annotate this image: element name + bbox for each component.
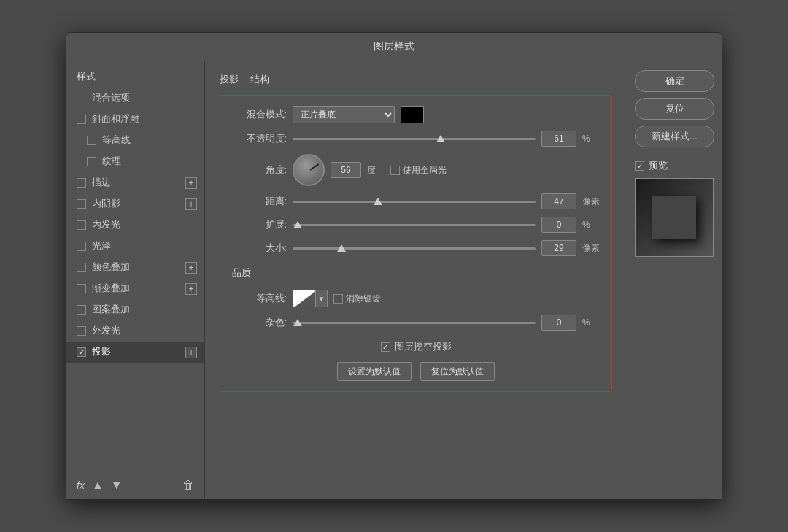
sidebar-item-color-overlay[interactable]: 颜色叠加+ bbox=[66, 257, 204, 278]
distance-unit: 像素 bbox=[582, 196, 600, 208]
sidebar-label-pattern-overlay: 图案叠加 bbox=[92, 304, 130, 316]
preview-checkbox-row: 预览 bbox=[635, 159, 668, 172]
sidebar-item-inner-shadow[interactable]: 内阴影+ bbox=[66, 193, 204, 215]
sidebar-label-texture: 纹理 bbox=[102, 155, 121, 168]
sidebar-label-color-overlay: 颜色叠加 bbox=[92, 261, 130, 274]
sidebar-checkbox-satin[interactable] bbox=[77, 242, 86, 251]
section-tabs: 投影 结构 bbox=[220, 73, 612, 86]
knockout-row: 图层挖空投影 bbox=[232, 341, 600, 353]
sidebar: 样式 混合选项斜面和浮雕等高线纹理描边+内阴影+内发光光泽颜色叠加+渐变叠加+图… bbox=[66, 61, 205, 499]
move-up-button[interactable]: ▲ bbox=[92, 479, 104, 492]
contour-select-wrap: ▼ bbox=[293, 290, 328, 307]
delete-button[interactable]: 🗑 bbox=[182, 479, 194, 492]
sidebar-item-satin[interactable]: 光泽 bbox=[66, 236, 204, 257]
sidebar-checkbox-stroke[interactable] bbox=[77, 178, 86, 188]
sidebar-item-inner-glow[interactable]: 内发光 bbox=[66, 215, 204, 236]
settings-panel: 混合模式: 正片叠底 正常 滤色 叠加 不透明度: bbox=[220, 95, 612, 392]
sidebar-plus-stroke[interactable]: + bbox=[185, 177, 197, 189]
angle-dial[interactable] bbox=[293, 154, 325, 186]
sidebar-item-drop-shadow[interactable]: 投影+ bbox=[66, 342, 204, 363]
angle-input[interactable] bbox=[331, 162, 361, 178]
sidebar-item-texture[interactable]: 纹理 bbox=[66, 151, 204, 172]
contour-label: 等高线: bbox=[232, 293, 287, 305]
antialias-checkbox[interactable] bbox=[333, 294, 343, 304]
opacity-unit: % bbox=[582, 134, 600, 144]
noise-slider[interactable] bbox=[293, 317, 536, 328]
sidebar-checkbox-drop-shadow[interactable] bbox=[77, 347, 86, 357]
angle-unit: 度 bbox=[367, 164, 385, 177]
distance-input[interactable] bbox=[541, 193, 576, 209]
sidebar-plus-drop-shadow[interactable]: + bbox=[185, 347, 197, 358]
sidebar-plus-gradient-overlay[interactable]: + bbox=[185, 283, 197, 295]
size-label: 大小: bbox=[232, 242, 287, 255]
antialias-label: 消除锯齿 bbox=[346, 293, 381, 305]
contour-dropdown-arrow[interactable]: ▼ bbox=[316, 290, 328, 307]
sidebar-checkbox-pattern-overlay[interactable] bbox=[77, 305, 86, 315]
sidebar-item-outer-glow[interactable]: 外发光 bbox=[66, 320, 204, 342]
sidebar-checkbox-inner-glow[interactable] bbox=[77, 220, 86, 230]
sidebar-checkbox-gradient-overlay[interactable] bbox=[77, 284, 86, 293]
sidebar-checkbox-bevel-emboss[interactable] bbox=[77, 115, 86, 124]
preview-checkbox[interactable] bbox=[635, 161, 644, 171]
preview-inner-square bbox=[652, 196, 696, 239]
sidebar-item-pattern-overlay[interactable]: 图案叠加 bbox=[66, 299, 204, 320]
right-panel: 确定 复位 新建样式... 预览 bbox=[627, 61, 722, 499]
sidebar-plus-inner-shadow[interactable]: + bbox=[185, 198, 197, 210]
noise-input[interactable] bbox=[541, 315, 576, 331]
global-light-label: 使用全局光 bbox=[403, 164, 447, 177]
knockout-label: 图层挖空投影 bbox=[395, 341, 452, 353]
tab-structure[interactable]: 结构 bbox=[250, 73, 269, 86]
knockout-checkbox[interactable] bbox=[381, 342, 390, 352]
sidebar-label-blend-options: 混合选项 bbox=[92, 92, 130, 104]
sidebar-checkbox-contour[interactable] bbox=[87, 136, 96, 145]
sidebar-label-gradient-overlay: 渐变叠加 bbox=[92, 282, 130, 295]
sidebar-label-contour: 等高线 bbox=[102, 134, 131, 147]
distance-slider[interactable] bbox=[293, 196, 536, 207]
set-default-button[interactable]: 设置为默认值 bbox=[337, 362, 412, 381]
sidebar-label-bevel-emboss: 斜面和浮雕 bbox=[92, 113, 139, 126]
global-light-row: 使用全局光 bbox=[390, 164, 447, 177]
ok-button[interactable]: 确定 bbox=[635, 70, 714, 92]
spread-input[interactable] bbox=[541, 217, 576, 233]
size-row: 大小: 像素 bbox=[232, 240, 600, 256]
noise-unit: % bbox=[582, 317, 600, 328]
blend-mode-select[interactable]: 正片叠底 正常 滤色 叠加 bbox=[293, 106, 395, 123]
sidebar-item-bevel-emboss[interactable]: 斜面和浮雕 bbox=[66, 109, 204, 130]
shadow-color-swatch[interactable] bbox=[401, 106, 424, 123]
sidebar-checkbox-inner-shadow[interactable] bbox=[77, 199, 86, 209]
opacity-slider[interactable] bbox=[293, 133, 536, 144]
sidebar-item-gradient-overlay[interactable]: 渐变叠加+ bbox=[66, 278, 204, 299]
move-down-button[interactable]: ▼ bbox=[111, 479, 123, 492]
tab-drop-shadow[interactable]: 投影 bbox=[220, 73, 239, 86]
sidebar-checkbox-color-overlay[interactable] bbox=[77, 263, 86, 272]
preview-box bbox=[635, 178, 714, 257]
reset-button[interactable]: 复位 bbox=[635, 98, 714, 120]
preview-label: 预览 bbox=[649, 159, 668, 172]
antialias-row: 消除锯齿 bbox=[333, 293, 381, 305]
reset-default-button[interactable]: 复位为默认值 bbox=[420, 362, 495, 381]
spread-unit: % bbox=[582, 220, 600, 230]
angle-row: 角度: 度 使用全局光 bbox=[232, 154, 600, 186]
global-light-checkbox[interactable] bbox=[390, 166, 400, 175]
opacity-input[interactable] bbox=[541, 131, 576, 147]
new-style-button[interactable]: 新建样式... bbox=[635, 126, 714, 147]
layer-style-dialog: 图层样式 样式 混合选项斜面和浮雕等高线纹理描边+内阴影+内发光光泽颜色叠加+渐… bbox=[66, 32, 722, 500]
sidebar-label-satin: 光泽 bbox=[92, 240, 111, 252]
spread-slider[interactable] bbox=[293, 219, 536, 231]
sidebar-plus-color-overlay[interactable]: + bbox=[185, 262, 197, 274]
sidebar-section-title: 样式 bbox=[66, 61, 204, 88]
sidebar-label-drop-shadow: 投影 bbox=[92, 346, 111, 358]
sidebar-item-stroke[interactable]: 描边+ bbox=[66, 172, 204, 193]
size-input[interactable] bbox=[541, 240, 576, 256]
size-slider[interactable] bbox=[293, 242, 536, 254]
sidebar-label-outer-glow: 外发光 bbox=[92, 325, 120, 337]
size-unit: 像素 bbox=[582, 242, 600, 255]
sidebar-checkbox-texture[interactable] bbox=[87, 157, 96, 166]
contour-thumbnail[interactable] bbox=[293, 290, 316, 307]
opacity-row: 不透明度: % bbox=[232, 131, 600, 147]
sidebar-checkbox-outer-glow[interactable] bbox=[77, 326, 86, 336]
sidebar-item-blend-options[interactable]: 混合选项 bbox=[66, 88, 204, 109]
noise-row: 杂色: % bbox=[232, 315, 600, 331]
sidebar-item-contour[interactable]: 等高线 bbox=[66, 130, 204, 151]
quality-title: 品质 bbox=[232, 266, 600, 280]
